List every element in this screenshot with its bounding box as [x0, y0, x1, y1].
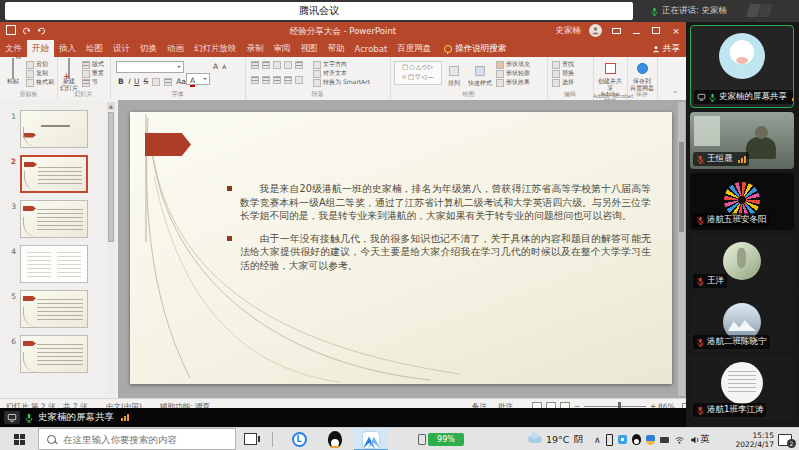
- text-shadow-icon[interactable]: [152, 78, 160, 86]
- columns-icon[interactable]: [295, 76, 303, 84]
- tab-help[interactable]: 帮助: [323, 40, 350, 57]
- tab-insert[interactable]: 插入: [54, 40, 81, 57]
- scrollbar-thumb[interactable]: [679, 142, 684, 232]
- tab-file[interactable]: 文件: [0, 40, 27, 57]
- qq-tray-icon[interactable]: [632, 434, 641, 445]
- search-input[interactable]: [61, 433, 235, 446]
- tab-record[interactable]: 录制: [242, 40, 269, 57]
- character-spacing-icon[interactable]: [164, 78, 172, 86]
- format-painter-button[interactable]: 格式刷: [26, 78, 54, 87]
- tell-me-search[interactable]: 操作说明搜索: [436, 40, 506, 57]
- shapes-gallery[interactable]: □○△◇▷☆□▽◁—: [394, 61, 442, 85]
- security-shield-icon[interactable]: [646, 435, 655, 445]
- tab-acrobat[interactable]: Acrobat: [350, 40, 393, 57]
- increase-indent-icon[interactable]: [284, 61, 292, 69]
- cut-button[interactable]: 剪切: [26, 60, 54, 69]
- strikethrough-button[interactable]: S: [143, 77, 148, 86]
- taskbar-app-qq[interactable]: [318, 428, 352, 450]
- participant-tile-anDongyang[interactable]: 港航五班安冬阳: [690, 173, 794, 230]
- zoom-slider[interactable]: [584, 406, 646, 407]
- quick-styles-button[interactable]: 快速样式: [466, 61, 494, 87]
- taskbar-app-tencent-meeting[interactable]: [354, 428, 388, 450]
- shrink-font-button[interactable]: A: [222, 63, 226, 70]
- text-direction-button[interactable]: 文字方向: [313, 60, 370, 69]
- change-case-button[interactable]: Aa: [176, 77, 186, 86]
- taskbar-app-lianggongbao[interactable]: [282, 428, 316, 450]
- tab-animations[interactable]: 动画: [162, 40, 189, 57]
- account-avatar[interactable]: [589, 24, 602, 37]
- participant-tile-lijiangtao[interactable]: 港航1班李江涛: [690, 356, 794, 420]
- grow-font-button[interactable]: A: [213, 62, 218, 71]
- shape-fill-button[interactable]: 形状填充: [496, 60, 530, 69]
- start-button[interactable]: [0, 428, 38, 450]
- tab-view[interactable]: 视图: [296, 40, 323, 57]
- underline-button[interactable]: U: [134, 77, 140, 86]
- tab-draw[interactable]: 绘图: [81, 40, 108, 57]
- tab-transitions[interactable]: 切换: [135, 40, 162, 57]
- taskbar-search[interactable]: [38, 428, 236, 450]
- usb-device-icon[interactable]: [660, 437, 669, 443]
- section-button[interactable]: 节: [82, 78, 104, 87]
- participant-tile-chenxiaoning[interactable]: 港航二班陈晓宁: [690, 295, 794, 352]
- align-right-icon[interactable]: [273, 76, 281, 84]
- align-left-icon[interactable]: [251, 76, 259, 84]
- reset-button[interactable]: 重置: [82, 69, 104, 78]
- font-grow-shrink[interactable]: A A: [213, 62, 226, 71]
- scroll-up-icon[interactable]: ▲: [107, 102, 115, 110]
- close-button[interactable]: ×: [670, 26, 682, 36]
- font-color-button[interactable]: A: [190, 76, 195, 87]
- decrease-indent-icon[interactable]: [273, 61, 281, 69]
- volume-icon[interactable]: [690, 435, 701, 445]
- smartart-button[interactable]: 转换为 SmartArt: [313, 78, 370, 87]
- save-to-netdisk-button[interactable]: 保存到 百度网盘: [630, 59, 654, 91]
- font-name-combo[interactable]: [116, 61, 184, 73]
- tab-baidu-netdisk[interactable]: 百度网盘: [392, 40, 436, 57]
- thumbnail-slide-2-selected[interactable]: 2: [0, 155, 104, 195]
- canvas-scrollbar[interactable]: [678, 102, 685, 396]
- align-text-button[interactable]: 对齐文本: [313, 69, 370, 78]
- account-name[interactable]: 史家楠: [556, 25, 582, 37]
- thumbnail-slide-4[interactable]: 4: [0, 245, 104, 285]
- copy-button[interactable]: 复制: [26, 69, 54, 78]
- new-slide-button[interactable]: 新建 幻灯片: [58, 59, 80, 91]
- wifi-icon[interactable]: [674, 435, 685, 445]
- meeting-window-tab[interactable]: 腾讯会议: [5, 2, 633, 20]
- taskbar-clock[interactable]: 15:15 2022/4/17: [722, 428, 774, 450]
- scrollbar-thumb[interactable]: [108, 112, 114, 242]
- ime-indicator[interactable]: 英: [700, 428, 710, 450]
- slide-text-block[interactable]: 我是来自20级港航一班的史家楠，排名为年级第八，曾获得江苏省高等学校第十八届高等…: [227, 182, 651, 282]
- replace-button[interactable]: 替换: [552, 69, 574, 78]
- bullets-icon[interactable]: [251, 61, 259, 69]
- thumbnail-slide-1[interactable]: 1: [0, 110, 104, 150]
- align-center-icon[interactable]: [262, 76, 270, 84]
- minimize-button[interactable]: [630, 26, 642, 36]
- weather-widget[interactable]: 19°C 阴: [528, 428, 583, 450]
- participant-tile-wanghengsheng[interactable]: 王恒晟: [690, 112, 794, 169]
- ribbon-display-options-button[interactable]: [610, 26, 622, 36]
- task-view-button[interactable]: [244, 433, 257, 445]
- shape-outline-button[interactable]: 形状轮廓: [496, 69, 530, 78]
- tab-review[interactable]: 审阅: [269, 40, 296, 57]
- notification-center-button[interactable]: 2: [778, 428, 792, 450]
- thumbnail-slide-5[interactable]: 5: [0, 290, 104, 330]
- restore-button[interactable]: [650, 26, 662, 36]
- numbering-icon[interactable]: [262, 61, 270, 69]
- participant-tile-shijianan-share[interactable]: 史家楠的屏幕共享: [690, 25, 794, 108]
- hidden-icons-button[interactable]: ∧: [594, 435, 601, 445]
- your-phone-icon[interactable]: [606, 434, 613, 446]
- tab-slideshow[interactable]: 幻灯片放映: [189, 40, 242, 57]
- tab-home[interactable]: 开始: [27, 40, 54, 57]
- select-button[interactable]: 选择: [552, 78, 574, 87]
- ppt-share-button[interactable]: 共享: [652, 40, 680, 57]
- collapse-ribbon-icon[interactable]: ⌃: [672, 90, 678, 98]
- battery-indicator[interactable]: 99%: [418, 428, 464, 450]
- italic-button[interactable]: I: [128, 77, 130, 86]
- participant-tile-wangyang[interactable]: 王洋: [690, 234, 794, 291]
- thumbnail-slide-3[interactable]: 3: [0, 200, 104, 240]
- screenshot-tool-icon[interactable]: [618, 435, 627, 444]
- layout-button[interactable]: 版式: [82, 60, 104, 69]
- thumbnail-slide-6[interactable]: 6: [0, 335, 104, 375]
- line-spacing-icon[interactable]: [295, 61, 303, 69]
- justify-icon[interactable]: [284, 76, 292, 84]
- paste-button[interactable]: 粘贴: [2, 59, 24, 85]
